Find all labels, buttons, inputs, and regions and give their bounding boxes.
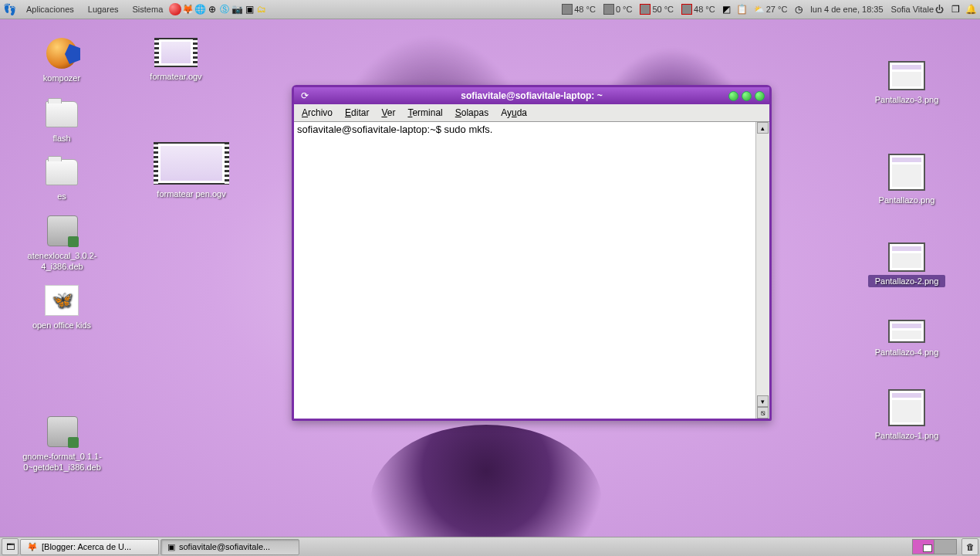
video-icon	[157, 142, 226, 185]
tray-icon-1[interactable]: ◩	[721, 3, 733, 15]
butterfly-icon: 🦋	[45, 285, 79, 316]
temp-sensor-1[interactable]: 48 °C	[559, 2, 598, 16]
menu-aplicaciones[interactable]: Aplicaciones	[20, 2, 80, 16]
scroll-down-button[interactable]: ▾	[757, 395, 769, 407]
close-button[interactable]	[755, 91, 765, 101]
menu-lugares[interactable]: Lugares	[82, 2, 125, 16]
screenshot-thumb	[888, 320, 925, 343]
maximize-button[interactable]	[742, 91, 752, 101]
workspace-switcher	[912, 539, 957, 554]
tray-icon-2[interactable]: 📋	[736, 3, 749, 15]
icon-formatear-ogv[interactable]: formatear.ogv	[137, 35, 215, 83]
volume-icon[interactable]: 🔔	[965, 3, 977, 15]
menu-solapas[interactable]: Solapas	[449, 105, 495, 120]
weather-applet[interactable]: ⛅ 27 °C	[752, 3, 790, 16]
menu-terminal[interactable]: Terminal	[401, 105, 448, 120]
clock-icon: ◷	[792, 3, 805, 15]
trash-button[interactable]: 🗑	[961, 538, 978, 555]
icon-kompozer[interactable]: kompozer	[23, 35, 100, 84]
show-desktop-button[interactable]: 🗔	[2, 538, 19, 555]
icon-pantallazo3[interactable]: Pantallazo-3.png	[868, 58, 945, 106]
skype-icon[interactable]: Ⓢ	[218, 3, 231, 15]
terminal-scrollbar[interactable]: ▴ ▾ ⧅	[755, 122, 769, 419]
taskbar-terminal[interactable]: ▣ sofiavitale@sofiavitale...	[161, 539, 299, 555]
menu-ver[interactable]: Ver	[375, 105, 401, 120]
temp-sensor-4[interactable]: 48 °C	[679, 2, 718, 16]
taskbar-blogger[interactable]: 🦊 [Blogger: Acerca de U...	[20, 539, 159, 555]
resize-grip[interactable]: ⧅	[757, 407, 769, 419]
folder-icon	[46, 159, 78, 185]
menu-editar[interactable]: Editar	[339, 105, 375, 120]
scroll-up-button[interactable]: ▴	[757, 122, 769, 134]
package-icon	[47, 215, 78, 246]
video-icon	[157, 38, 194, 67]
icon-pantallazo[interactable]: Pantallazo.png	[868, 151, 945, 206]
icon-es[interactable]: es	[23, 154, 100, 202]
screenshot-thumb	[888, 154, 925, 191]
camera-icon[interactable]: 📷	[231, 3, 243, 15]
terminal-prompt: sofiavitale@sofiavitale-laptop:~$	[297, 124, 444, 135]
help-icon[interactable]: ⊕	[206, 3, 218, 15]
screenshot-thumb	[888, 389, 925, 426]
icon-pantallazo2[interactable]: Pantallazo-2.png	[868, 239, 945, 287]
icon-formatear-pen[interactable]: formatear pen.ogv	[137, 139, 245, 200]
folder-icon	[46, 101, 78, 127]
icon-pantallazo4[interactable]: Pantallazo-4.png	[868, 317, 945, 358]
temp-sensor-3[interactable]: 50 °C	[637, 2, 676, 16]
window-title: sofiavitale@sofiavitale-laptop: ~	[294, 90, 769, 101]
terminal-window: ⟳ sofiavitale@sofiavitale-laptop: ~ Arch…	[292, 85, 772, 421]
launcher-1[interactable]	[169, 3, 181, 15]
workspace-2[interactable]	[934, 540, 956, 554]
terminal-launcher-icon[interactable]: ▣	[243, 3, 255, 15]
firefox-icon: 🦊	[27, 542, 38, 552]
menu-ayuda[interactable]: Ayuda	[495, 105, 533, 120]
main-menu-icon[interactable]: 👣	[3, 3, 14, 15]
notes-icon[interactable]: 🗂	[255, 3, 268, 15]
terminal-icon: ▣	[167, 542, 175, 552]
package-icon	[47, 416, 78, 447]
firefox-icon[interactable]: 🦊	[181, 3, 194, 15]
top-panel: 👣 Aplicaciones Lugares Sistema 🦊 🌐 ⊕ Ⓢ 📷…	[0, 0, 980, 19]
window-titlebar[interactable]: ⟳ sofiavitale@sofiavitale-laptop: ~	[294, 87, 769, 104]
icon-atenex[interactable]: atenexlocal_3.0.2-4_i386.deb	[14, 212, 110, 273]
screenshot-thumb	[888, 61, 925, 90]
terminal-menubar: Archivo Editar Ver Terminal Solapas Ayud…	[294, 104, 769, 122]
clock[interactable]: lun 4 de ene, 18:35	[808, 3, 885, 15]
menu-archivo[interactable]: Archivo	[296, 105, 339, 120]
minimize-button[interactable]	[728, 91, 738, 101]
globe-icon	[46, 38, 77, 69]
screenshot-thumb	[888, 242, 925, 272]
workspace-1[interactable]	[913, 540, 934, 554]
icon-openofficekids[interactable]: 🦋 open office kids	[23, 282, 100, 331]
user-menu[interactable]: Sofia Vitale ⏻	[889, 3, 946, 15]
terminal-command: sudo mkfs.	[444, 124, 493, 135]
menu-sistema[interactable]: Sistema	[127, 2, 170, 16]
launcher-3[interactable]: 🌐	[194, 3, 206, 15]
temp-sensor-2[interactable]: 0 °C	[601, 2, 635, 16]
tray-windows-icon[interactable]: ❐	[949, 3, 961, 15]
icon-flash[interactable]: flash	[23, 97, 100, 144]
bottom-panel: 🗔 🦊 [Blogger: Acerca de U... ▣ sofiavita…	[0, 537, 980, 556]
terminal-body[interactable]: sofiavitale@sofiavitale-laptop:~$ sudo m…	[294, 122, 769, 419]
icon-pantallazo1[interactable]: Pantallazo-1.png	[868, 386, 945, 442]
icon-gnome-format[interactable]: gnome-format_0.1.1-0~getdeb1_i386.deb	[14, 413, 110, 474]
